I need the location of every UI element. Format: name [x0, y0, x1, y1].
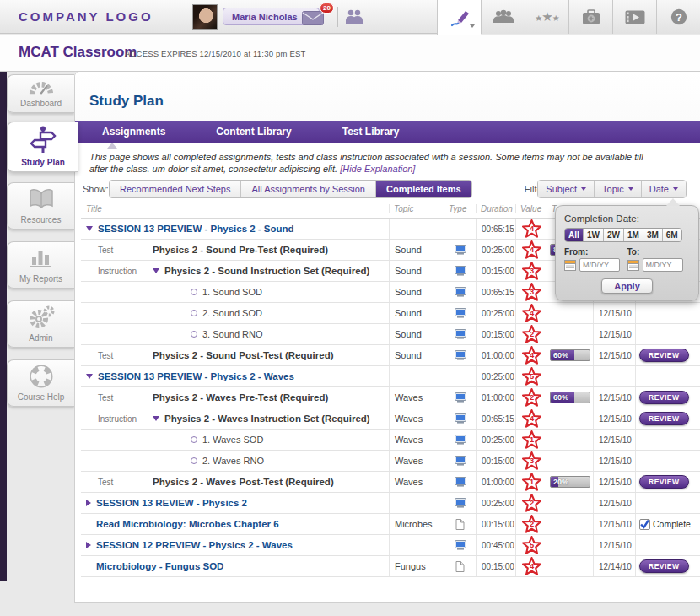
value-cell: 3: [515, 282, 547, 302]
score-cell: [547, 408, 593, 429]
show-completed-items-button[interactable]: Completed Items: [375, 181, 471, 197]
row-title[interactable]: SESSION 13 REVIEW - Physics 2: [96, 498, 247, 508]
nav-community-tab[interactable]: [481, 0, 525, 34]
value-star-icon: 3: [522, 262, 541, 280]
item-radio-icon[interactable]: [191, 331, 197, 338]
apply-button[interactable]: Apply: [601, 278, 653, 294]
svg-text:2: 2: [529, 498, 533, 507]
range-1m-button[interactable]: 1M: [623, 229, 643, 241]
chevron-down-icon: [470, 24, 475, 28]
topic-cell: Waves: [389, 430, 444, 450]
range-all-button[interactable]: All: [565, 229, 583, 241]
document-icon: [455, 519, 465, 530]
sidebar-item-study-plan[interactable]: Study Plan: [7, 122, 78, 172]
value-cell: 4: [515, 219, 547, 239]
gauge-icon: [29, 75, 54, 99]
table-row: Read Microbiology: Microbes Chapter 6 Mi…: [81, 514, 700, 535]
computer-icon: [455, 477, 466, 487]
nav-study-tools-tab[interactable]: [437, 0, 481, 35]
table-row: TestPhysics 2 - Waves Post-Test (Require…: [81, 472, 700, 493]
row-type-prefix: Instruction: [98, 414, 137, 424]
row-title[interactable]: SESSION 12 PREVIEW - Physics 2 - Waves: [96, 540, 293, 550]
row-type-prefix: Instruction: [98, 267, 137, 276]
score-cell: [547, 430, 593, 450]
active-tab-pointer-icon: [107, 143, 117, 149]
avatar[interactable]: [192, 4, 218, 30]
date-cell: 12/15/10: [593, 324, 635, 344]
row-title[interactable]: SESSION 13 PREVIEW - Physics 2 - Waves: [98, 371, 294, 381]
item-radio-icon[interactable]: [191, 457, 197, 464]
from-date-input[interactable]: [579, 258, 620, 272]
page-title: Study Plan: [89, 93, 164, 110]
tab-test-library[interactable]: Test Library: [342, 126, 400, 138]
sidebar-item-admin[interactable]: Admin: [7, 300, 74, 348]
duration-cell: 00:15:00: [476, 514, 515, 534]
calendar-icon[interactable]: [564, 259, 576, 271]
company-logo: COMPANY LOGO: [19, 9, 153, 24]
row-title[interactable]: Microbiology - Fungus SOD: [96, 561, 223, 571]
tab-content-library[interactable]: Content Library: [216, 126, 291, 138]
duration-cell: 01:00:00: [476, 387, 515, 408]
type-cell: [444, 472, 476, 492]
review-button[interactable]: REVIEW: [639, 391, 689, 404]
contacts-button[interactable]: [344, 8, 364, 25]
nav-videos-tab[interactable]: [612, 0, 656, 34]
to-date-input[interactable]: [643, 258, 683, 272]
expand-collapse-arrow-icon[interactable]: [86, 226, 93, 231]
date-cell: 12/15/10: [593, 430, 635, 450]
date-filter-dropdown[interactable]: Date: [641, 181, 686, 197]
top-nav: ★★★ ?: [437, 0, 700, 34]
row-type-prefix: Test: [98, 351, 113, 360]
review-button[interactable]: REVIEW: [639, 412, 689, 425]
sidebar-item-resources[interactable]: Resources: [7, 182, 74, 230]
expand-collapse-arrow-icon[interactable]: [153, 268, 159, 273]
expand-expand-arrow-icon[interactable]: [86, 500, 91, 506]
item-radio-icon[interactable]: [191, 289, 197, 295]
range-6m-button[interactable]: 6M: [662, 229, 681, 241]
title-cell: TestPhysics 2 - Waves Post-Test (Require…: [81, 472, 389, 492]
review-button[interactable]: REVIEW: [639, 559, 689, 573]
topic-cell: [389, 219, 444, 239]
sidebar-item-course-help[interactable]: Course Help: [7, 359, 74, 407]
calendar-icon[interactable]: [627, 259, 639, 271]
row-title[interactable]: SESSION 13 PREVIEW - Physics 2 - Sound: [98, 224, 294, 234]
row-title[interactable]: Read Microbiology: Microbes Chapter 6: [96, 519, 279, 529]
sidebar-item-my-reports[interactable]: My Reports: [7, 241, 74, 289]
tab-assignments[interactable]: Assignments: [102, 126, 165, 138]
topic-cell: Microbes: [389, 514, 444, 534]
expand-collapse-arrow-icon[interactable]: [86, 374, 93, 379]
item-radio-icon[interactable]: [191, 436, 197, 443]
nav-resources-case-tab[interactable]: [568, 0, 612, 34]
range-3m-button[interactable]: 3M: [643, 229, 662, 241]
review-button[interactable]: REVIEW: [639, 349, 689, 362]
topic-filter-dropdown[interactable]: Topic: [594, 181, 641, 197]
table-row: InstructionPhysics 2 - Waves Instruction…: [81, 408, 700, 430]
range-1w-button[interactable]: 1W: [583, 229, 603, 241]
value-cell: 5: [515, 366, 547, 386]
date-cell: 12/15/10: [593, 535, 635, 555]
item-radio-icon[interactable]: [191, 310, 197, 316]
table-row: TestPhysics 2 - Waves Pre-Test (Required…: [81, 387, 700, 408]
messages-button[interactable]: 20: [302, 8, 331, 27]
value-star-icon: 3: [522, 451, 541, 470]
envelope-icon: [302, 11, 324, 25]
complete-checkbox[interactable]: [639, 519, 650, 530]
life-ring-icon: [30, 360, 53, 392]
nav-favorites-tab[interactable]: ★★★: [525, 0, 568, 34]
computer-icon: [455, 287, 466, 297]
svg-text:3: 3: [529, 266, 533, 275]
score-cell: [547, 366, 593, 386]
expand-collapse-arrow-icon[interactable]: [153, 416, 159, 421]
review-button[interactable]: REVIEW: [639, 475, 689, 489]
subject-filter-dropdown[interactable]: Subject: [538, 181, 594, 197]
expand-expand-arrow-icon[interactable]: [86, 542, 91, 548]
screen: COMPANY LOGO Maria Nicholas 20: [0, 0, 700, 616]
sidebar-item-dashboard[interactable]: Dashboard: [7, 74, 74, 113]
range-2w-button[interactable]: 2W: [603, 229, 623, 241]
hide-explanation-link[interactable]: [Hide Explanation]: [340, 164, 415, 174]
people-icon: [344, 8, 364, 25]
nav-help-tab[interactable]: ?: [656, 0, 700, 34]
value-cell: 2: [515, 493, 547, 513]
show-all-assignments-button[interactable]: All Assignments by Session: [240, 181, 375, 197]
show-recommended-button[interactable]: Recommended Next Steps: [110, 181, 240, 197]
